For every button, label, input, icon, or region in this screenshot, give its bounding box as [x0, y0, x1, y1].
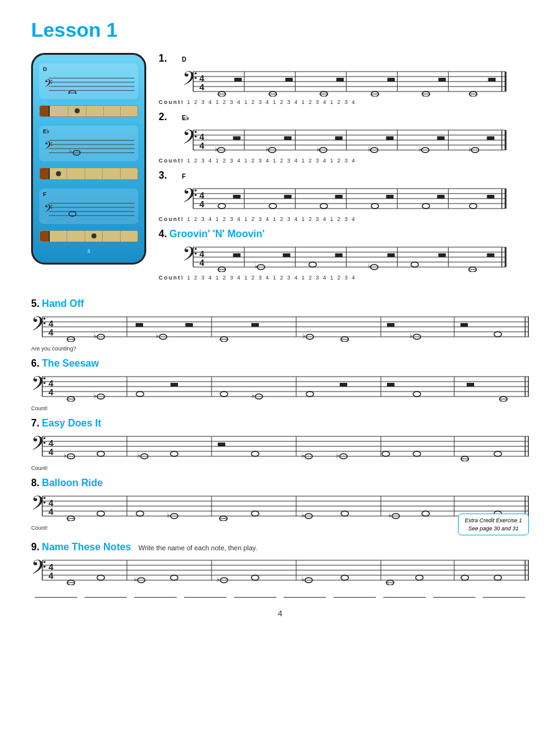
main-content: D 𝄢: [31, 53, 529, 287]
phone-staff-d-svg: 𝄢: [43, 73, 134, 94]
ex4-staff: 𝄢 4 4 ♭ ♭: [159, 241, 529, 272]
fretboard-d: [39, 105, 138, 117]
ex1-number: 1.: [159, 53, 167, 64]
svg-rect-238: [218, 443, 225, 446]
svg-text:4: 4: [200, 141, 205, 151]
svg-rect-139: [335, 253, 343, 257]
svg-rect-134: [233, 253, 241, 257]
svg-point-307: [251, 575, 259, 580]
ex5-staff: 𝄢 4 4 ♭ ♭ ♭ ♭: [31, 311, 529, 342]
ex1-title-row: 1. D: [159, 53, 529, 64]
svg-text:♭: ♭: [368, 145, 371, 153]
exercise-9: 9. Name These Notes Write the name of ea…: [31, 542, 529, 598]
ex8-title: Balloon Ride: [42, 477, 103, 489]
ex9-title-row: 9. Name These Notes Write the name of ea…: [31, 542, 529, 553]
svg-point-301: [97, 575, 105, 580]
svg-rect-137: [283, 253, 291, 257]
ex4-title-row: 4. Groovin' 'N' Moovin': [159, 228, 529, 240]
ex3-number: 3.: [159, 170, 167, 181]
svg-point-234: [97, 451, 105, 456]
phone-staff-d: D 𝄢: [39, 63, 138, 99]
ex6-number: 6.: [31, 358, 39, 369]
svg-rect-179: [387, 323, 394, 327]
ex5-title-row: 5. Hand Off: [31, 298, 529, 309]
ex7-title-row: 7. Easy Does It: [31, 418, 529, 429]
svg-rect-171: [185, 323, 193, 327]
extra-credit-line1: Extra Credit Exercise 1: [465, 517, 522, 524]
fretboard-f: [39, 230, 138, 242]
svg-point-268: [136, 511, 144, 516]
ex7-number: 7.: [31, 418, 39, 429]
name-blanks: [31, 590, 529, 598]
svg-rect-50: [439, 78, 446, 82]
svg-point-5: [69, 90, 76, 94]
name-blank-3: [134, 590, 177, 598]
svg-rect-144: [439, 253, 446, 257]
svg-text:𝄢: 𝄢: [31, 433, 46, 459]
svg-point-248: [494, 451, 502, 456]
svg-point-209: [306, 392, 314, 397]
svg-text:4: 4: [49, 571, 54, 581]
svg-point-108: [320, 204, 328, 209]
svg-point-304: [170, 575, 178, 580]
phone-note-d-label: D: [43, 66, 134, 72]
name-blank-4: [184, 590, 226, 598]
extra-credit-line2: See page 30 and 31: [468, 525, 518, 532]
svg-text:4: 4: [49, 507, 54, 517]
ex3-count: Count! 1 2 3 4 1 2 3 4 1 2 3 4 1 2 3 4 1…: [159, 216, 529, 222]
svg-rect-213: [467, 383, 474, 387]
svg-text:♭: ♭: [156, 332, 159, 339]
svg-text:♭: ♭: [301, 575, 304, 583]
ex3-note-label: F: [182, 173, 185, 180]
svg-rect-78: [335, 136, 343, 140]
ex6-note: Count!: [31, 405, 529, 411]
ex8-note: Count!: [31, 525, 48, 531]
ex8-footer: Count! Extra Credit Exercise 1 See page …: [31, 524, 529, 535]
svg-text:♭: ♭: [217, 575, 220, 583]
ex2-number: 2.: [159, 111, 167, 123]
exercise-7: 7. Easy Does It 𝄢 4 4 ♭ ♭ ♭ ♭: [31, 418, 529, 471]
ex2-staff: 𝄢 4 4 ♭ ♭ ♭ ♭ ♭: [159, 124, 529, 155]
svg-point-276: [341, 511, 348, 516]
svg-text:𝄢: 𝄢: [182, 185, 197, 211]
ex3-staff: 𝄢 4 4: [159, 182, 529, 214]
lesson-title: Lesson 1: [31, 19, 529, 42]
svg-point-212: [413, 392, 421, 397]
svg-rect-168: [136, 323, 143, 327]
svg-point-106: [269, 204, 277, 209]
phone-note-eb-label: E♭: [43, 128, 134, 134]
svg-text:𝄢: 𝄢: [182, 243, 197, 270]
ex2-title-row: 2. E♭: [159, 111, 529, 123]
svg-point-273: [251, 511, 259, 516]
svg-point-143: [411, 262, 419, 267]
svg-text:♭: ♭: [93, 392, 96, 399]
svg-text:♭: ♭: [134, 575, 137, 583]
svg-text:𝄢: 𝄢: [31, 373, 46, 399]
ex9-title: Name These Notes: [42, 542, 131, 553]
svg-point-183: [494, 332, 502, 337]
svg-text:4: 4: [49, 387, 54, 397]
svg-point-110: [371, 204, 379, 209]
ex9-subtitle: Write the name of each note, then play.: [139, 544, 258, 552]
exercise-5: 5. Hand Off 𝄢 4 4 ♭ ♭: [31, 298, 529, 352]
svg-text:♭: ♭: [469, 145, 472, 153]
name-blank-5: [234, 590, 276, 598]
svg-rect-72: [233, 136, 241, 140]
ex9-number: 9.: [31, 542, 39, 553]
svg-rect-47: [388, 78, 395, 82]
page-number: 4: [31, 609, 529, 618]
svg-text:♭: ♭: [388, 511, 391, 519]
svg-rect-147: [487, 253, 495, 257]
svg-rect-111: [386, 195, 394, 199]
svg-rect-53: [488, 78, 496, 82]
ex2-count: Count! 1 2 3 4 1 2 3 4 1 2 3 4 1 2 3 4 1…: [159, 157, 529, 164]
svg-text:𝄢: 𝄢: [182, 126, 197, 153]
svg-text:♭: ♭: [63, 451, 67, 459]
svg-rect-38: [235, 78, 242, 82]
svg-text:♭: ♭: [69, 148, 72, 155]
svg-text:𝄢: 𝄢: [182, 68, 197, 94]
ex6-title-row: 6. The Seesaw: [31, 358, 529, 369]
svg-rect-81: [386, 136, 394, 140]
ex6-title: The Seesaw: [42, 358, 99, 369]
svg-point-310: [341, 575, 348, 580]
